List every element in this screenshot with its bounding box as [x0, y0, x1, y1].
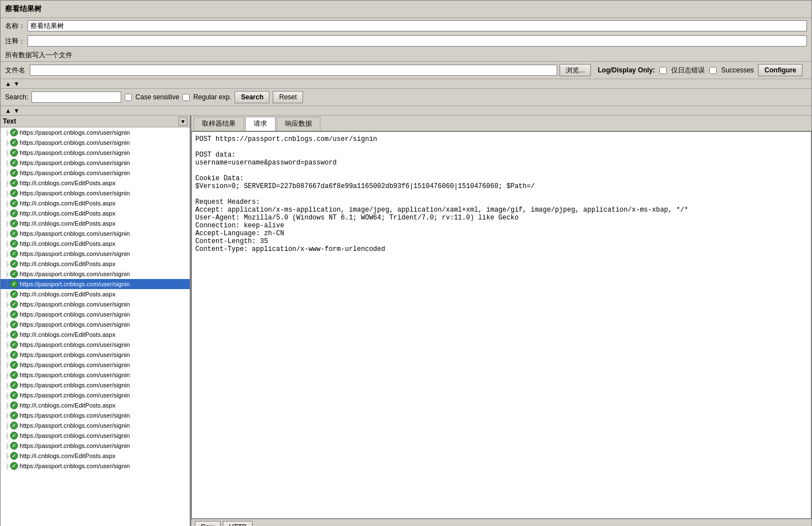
- list-item[interactable]: ├https://passport.cnblogs.com/user/signi…: [1, 249, 190, 259]
- tab-请求[interactable]: 请求: [245, 117, 276, 131]
- list-item[interactable]: ├https://passport.cnblogs.com/user/signi…: [1, 380, 190, 390]
- list-item[interactable]: ├https://passport.cnblogs.com/user/signi…: [1, 350, 190, 360]
- list-item[interactable]: ├https://passport.cnblogs.com/user/signi…: [1, 158, 190, 168]
- log-errors-checkbox[interactable]: [659, 67, 667, 74]
- list-item[interactable]: ├https://passport.cnblogs.com/user/signi…: [1, 410, 190, 420]
- list-item[interactable]: ├http://i.cnblogs.com/EditPosts.aspx: [1, 330, 190, 340]
- list-item[interactable]: ├https://passport.cnblogs.com/user/signi…: [1, 168, 190, 178]
- list-item[interactable]: ├http://i.cnblogs.com/EditPosts.aspx: [1, 289, 190, 299]
- list-item[interactable]: ├http://i.cnblogs.com/EditPosts.aspx: [1, 239, 190, 249]
- list-item-url: https://passport.cnblogs.com/user/signin: [20, 281, 130, 287]
- tree-connector-icon: ├: [5, 160, 9, 166]
- status-icon: [10, 432, 18, 440]
- expand-icon[interactable]: ▼: [13, 80, 20, 87]
- list-item[interactable]: ├https://passport.cnblogs.com/user/signi…: [1, 299, 190, 309]
- status-icon: [10, 219, 18, 227]
- log-errors-label: 仅日志错误: [671, 66, 705, 75]
- list-item[interactable]: ├http://i.cnblogs.com/EditPosts.aspx: [1, 198, 190, 208]
- tree-connector-icon: ├: [5, 453, 9, 459]
- list-item[interactable]: ├http://i.cnblogs.com/EditPosts.aspx: [1, 208, 190, 218]
- status-icon: [10, 189, 18, 197]
- sort-button[interactable]: ▼: [178, 117, 187, 126]
- list-item-url: https://passport.cnblogs.com/user/signin: [20, 301, 130, 308]
- regex-label: Regular exp.: [193, 93, 231, 101]
- tree-connector-icon: ├: [5, 130, 9, 136]
- configure-button[interactable]: Configure: [758, 64, 802, 76]
- list-item[interactable]: ├https://passport.cnblogs.com/user/signi…: [1, 138, 190, 148]
- list-item[interactable]: ├https://passport.cnblogs.com/user/signi…: [1, 390, 190, 400]
- tree-connector-icon: ├: [5, 200, 9, 207]
- list-item-url: http://i.cnblogs.com/EditPosts.aspx: [20, 331, 116, 338]
- list-item-url: http://i.cnblogs.com/EditPosts.aspx: [20, 291, 116, 298]
- search-label: Search:: [5, 93, 28, 101]
- search-bar: Search: Case sensitive Regular exp. Sear…: [1, 89, 811, 106]
- log-display-label: Log/Display Only:: [598, 66, 655, 74]
- list-item[interactable]: ├https://passport.cnblogs.com/user/signi…: [1, 461, 190, 471]
- list-item[interactable]: ├http://i.cnblogs.com/EditPosts.aspx: [1, 259, 190, 269]
- collapse-icon2[interactable]: ▲: [5, 107, 11, 114]
- tree-connector-icon: ├: [5, 271, 9, 277]
- search-input[interactable]: [31, 92, 121, 103]
- list-item[interactable]: ├https://passport.cnblogs.com/user/signi…: [1, 370, 190, 380]
- status-icon: [10, 129, 18, 136]
- list-item[interactable]: ├https://passport.cnblogs.com/user/signi…: [1, 319, 190, 330]
- list-item[interactable]: ├https://passport.cnblogs.com/user/signi…: [1, 188, 190, 198]
- reset-button[interactable]: Reset: [273, 91, 302, 103]
- list-item[interactable]: ├https://passport.cnblogs.com/user/signi…: [1, 420, 190, 431]
- status-icon: [10, 391, 18, 399]
- list-item[interactable]: ├https://passport.cnblogs.com/user/signi…: [1, 360, 190, 370]
- list-item[interactable]: ├http://i.cnblogs.com/EditPosts.aspx: [1, 178, 190, 188]
- right-panel: 取样器结果请求响应数据 POST https://passport.cnblog…: [191, 116, 811, 526]
- tabs-row: 取样器结果请求响应数据: [191, 116, 811, 131]
- comment-input[interactable]: [27, 35, 807, 47]
- list-item[interactable]: ├http://i.cnblogs.com/EditPosts.aspx: [1, 451, 190, 461]
- bottom-btn-raw[interactable]: Raw: [195, 521, 221, 526]
- name-row: 名称：: [1, 18, 811, 33]
- tab-取样器结果[interactable]: 取样器结果: [194, 117, 244, 131]
- browse-button[interactable]: 浏览...: [559, 64, 591, 76]
- list-item[interactable]: ├http://i.cnblogs.com/EditPosts.aspx: [1, 218, 190, 228]
- tree-connector-icon: ├: [5, 352, 9, 358]
- list-item[interactable]: ├https://passport.cnblogs.com/user/signi…: [1, 127, 190, 138]
- list-item[interactable]: ├https://passport.cnblogs.com/user/signi…: [1, 279, 190, 289]
- search-button[interactable]: Search: [235, 91, 269, 103]
- list-item[interactable]: ├https://passport.cnblogs.com/user/signi…: [1, 441, 190, 451]
- list-item-url: https://passport.cnblogs.com/user/signin: [20, 442, 130, 449]
- list-item-url: https://passport.cnblogs.com/user/signin: [20, 311, 130, 318]
- status-icon: [10, 179, 18, 187]
- file-name-input[interactable]: [30, 65, 557, 76]
- list-item-url: http://i.cnblogs.com/EditPosts.aspx: [20, 210, 116, 217]
- list-item[interactable]: ├http://i.cnblogs.com/EditPosts.aspx: [1, 400, 190, 410]
- tree-connector-icon: ├: [5, 392, 9, 399]
- tab-响应数据[interactable]: 响应数据: [277, 117, 320, 131]
- window-title: 察看结果树: [5, 4, 42, 13]
- file-row: 文件名 浏览... Log/Display Only: 仅日志错误 Succes…: [1, 62, 811, 79]
- name-label: 名称：: [5, 21, 25, 31]
- list-item-url: https://passport.cnblogs.com/user/signin: [20, 190, 130, 196]
- list-item[interactable]: ├https://passport.cnblogs.com/user/signi…: [1, 309, 190, 319]
- status-icon: [10, 159, 18, 167]
- list-item-url: https://passport.cnblogs.com/user/signin: [20, 149, 130, 156]
- collapse-icon[interactable]: ▲: [5, 80, 11, 87]
- list-item-url: https://passport.cnblogs.com/user/signin: [20, 392, 130, 399]
- name-input[interactable]: [27, 20, 807, 31]
- regex-checkbox[interactable]: [182, 94, 190, 101]
- list-item[interactable]: ├https://passport.cnblogs.com/user/signi…: [1, 228, 190, 239]
- list-item[interactable]: ├https://passport.cnblogs.com/user/signi…: [1, 431, 190, 441]
- tree-connector-icon: ├: [5, 443, 9, 449]
- bottom-btn-http[interactable]: HTTP: [223, 521, 253, 526]
- list-item-url: https://passport.cnblogs.com/user/signin: [20, 351, 130, 358]
- successes-checkbox[interactable]: [709, 67, 717, 74]
- list-item[interactable]: ├https://passport.cnblogs.com/user/signi…: [1, 340, 190, 350]
- left-list[interactable]: ├https://passport.cnblogs.com/user/signi…: [1, 127, 190, 526]
- expand-icon2[interactable]: ▼: [13, 107, 20, 114]
- main-window: 察看结果树 名称： 注释： 所有数据写入一个文件 文件名 浏览... Log/D…: [0, 0, 812, 526]
- list-item-url: http://i.cnblogs.com/EditPosts.aspx: [20, 200, 116, 207]
- list-item-url: https://passport.cnblogs.com/user/signin: [20, 129, 130, 136]
- list-item[interactable]: ├https://passport.cnblogs.com/user/signi…: [1, 269, 190, 279]
- tree-connector-icon: ├: [5, 413, 9, 419]
- list-item[interactable]: ├https://passport.cnblogs.com/user/signi…: [1, 148, 190, 158]
- case-sensitive-checkbox[interactable]: [125, 94, 132, 101]
- list-item-url: http://i.cnblogs.com/EditPosts.aspx: [20, 220, 116, 227]
- status-icon: [10, 199, 18, 207]
